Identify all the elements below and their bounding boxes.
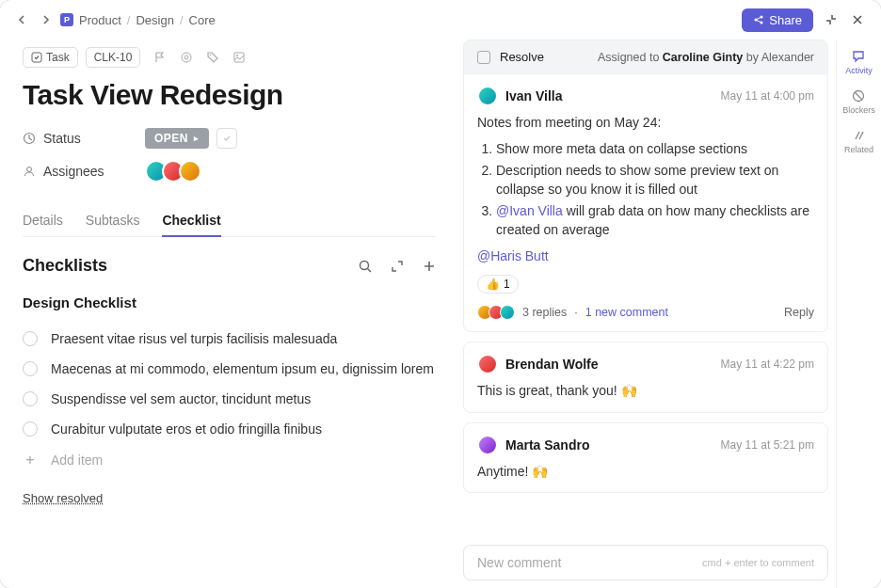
resolve-label: Resolve — [500, 50, 544, 64]
share-icon — [753, 14, 764, 25]
comment-author: Ivan Villa — [477, 86, 562, 106]
comment-body: Anytime! 🙌 — [477, 463, 814, 482]
svg-point-10 — [27, 167, 32, 172]
share-label: Share — [769, 13, 802, 27]
check-circle[interactable] — [23, 331, 38, 346]
avatar — [477, 86, 498, 106]
new-comment-input[interactable] — [477, 555, 702, 570]
person-icon — [23, 165, 36, 178]
svg-point-6 — [210, 55, 212, 56]
resolve-checkbox[interactable] — [477, 51, 490, 64]
task-id-chip[interactable]: CLK-10 — [86, 47, 141, 68]
block-icon — [851, 88, 866, 103]
composer-hint: cmd + enter to comment — [702, 557, 814, 568]
add-item-button[interactable]: +Add item — [23, 444, 437, 476]
status-icon — [23, 132, 36, 145]
project-icon: P — [60, 13, 73, 26]
flag-icon[interactable] — [153, 51, 167, 64]
image-icon[interactable] — [232, 51, 246, 64]
chat-icon — [851, 49, 866, 64]
status-complete-button[interactable] — [216, 128, 237, 149]
avatar — [179, 160, 201, 183]
checklists-heading: Checklists — [23, 256, 107, 276]
svg-point-8 — [236, 55, 238, 56]
check-circle[interactable] — [23, 361, 38, 376]
target-icon[interactable] — [180, 51, 193, 64]
assignees-label: Assignees — [23, 164, 145, 179]
show-resolved-link[interactable]: Show resolved — [23, 491, 437, 505]
share-button[interactable]: Share — [742, 8, 813, 32]
breadcrumb-project[interactable]: Product — [79, 13, 121, 27]
checklist-item[interactable]: Suspendisse vel sem auctor, tincidunt me… — [23, 384, 437, 414]
avatar — [500, 305, 515, 320]
replies-count[interactable]: 3 replies — [522, 306, 567, 319]
svg-point-5 — [184, 56, 188, 59]
assignees-avatars[interactable] — [145, 160, 201, 183]
search-icon[interactable] — [358, 259, 373, 274]
breadcrumb: P Product / Design / Core — [60, 13, 216, 27]
status-value: OPEN — [154, 132, 188, 145]
avatar — [477, 435, 498, 455]
rail-related[interactable]: Related — [844, 128, 873, 154]
tab-subtasks[interactable]: Subtasks — [86, 205, 140, 236]
mention-link[interactable]: @Ivan Villa — [496, 203, 563, 218]
rail-blockers[interactable]: Blockers — [842, 88, 875, 115]
page-title: Task View Redesign — [23, 79, 437, 111]
tab-details[interactable]: Details — [23, 205, 63, 236]
comment-time: May 11 at 4:22 pm — [721, 358, 814, 371]
svg-point-11 — [360, 261, 369, 269]
comment-time: May 11 at 5:21 pm — [721, 438, 814, 452]
avatar — [477, 354, 498, 374]
task-type-chip[interactable]: Task — [23, 47, 78, 68]
check-circle[interactable] — [23, 421, 38, 437]
nav-forward-icon[interactable] — [38, 12, 53, 27]
task-type-label: Task — [46, 51, 70, 64]
collapse-icon[interactable] — [823, 11, 840, 28]
mention-link[interactable]: @Haris Butt — [477, 248, 549, 263]
svg-point-4 — [182, 53, 191, 62]
add-checklist-icon[interactable] — [422, 259, 437, 274]
related-icon — [852, 128, 867, 143]
close-icon[interactable] — [849, 11, 866, 28]
new-comment-link[interactable]: 1 new comment — [585, 306, 668, 319]
tab-checklist[interactable]: Checklist — [162, 205, 220, 237]
comment-time: May 11 at 4:00 pm — [721, 89, 814, 103]
breadcrumb-design[interactable]: Design — [136, 13, 173, 27]
comment-body: This is great, thank you! 🙌 — [477, 382, 814, 401]
comment-author: Brendan Wolfe — [477, 354, 599, 374]
checklist-title: Design Checklist — [23, 294, 437, 310]
rail-activity[interactable]: Activity — [845, 49, 873, 75]
tag-icon[interactable] — [206, 51, 219, 64]
status-label: Status — [23, 131, 145, 146]
status-badge[interactable]: OPEN ▸ — [145, 128, 209, 149]
checklist-item[interactable]: Praesent vitae risus vel turpis facilisi… — [23, 324, 437, 354]
breadcrumb-core[interactable]: Core — [189, 13, 216, 27]
comment-body: Notes from meeting on May 24: Show more … — [477, 114, 814, 265]
task-icon — [31, 52, 42, 63]
comment-author: Marta Sandro — [477, 435, 589, 455]
check-circle[interactable] — [23, 391, 38, 406]
assigned-to-text: Assigned to Caroline Ginty by Alexander — [598, 51, 814, 64]
expand-icon[interactable] — [390, 259, 405, 274]
reply-button[interactable]: Reply — [784, 306, 814, 319]
reaction-button[interactable]: 👍 1 — [477, 275, 519, 294]
plus-icon: + — [23, 452, 38, 469]
checklist-item[interactable]: Maecenas at mi commodo, elementum ipsum … — [23, 354, 437, 384]
status-dropdown-icon: ▸ — [194, 134, 200, 143]
nav-back-icon[interactable] — [15, 12, 30, 27]
checklist-item[interactable]: Curabitur vulputate eros et odio fringil… — [23, 414, 437, 444]
